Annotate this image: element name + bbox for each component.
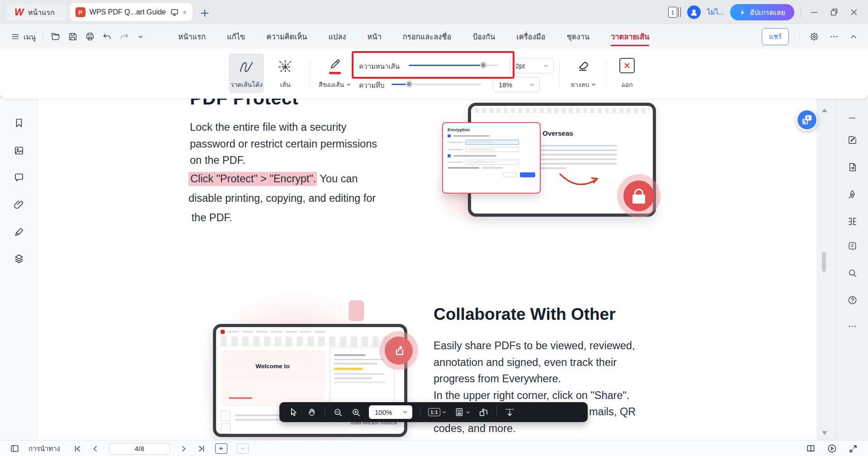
scroll-up-arrow[interactable] [822, 109, 827, 112]
tab-draw[interactable]: วาดลายเส้น [611, 24, 649, 49]
confirm-input-placeholder [466, 147, 519, 152]
page-layout-icon [454, 407, 464, 417]
exit-draw-button[interactable]: ออก [611, 53, 643, 93]
redo-button[interactable] [119, 32, 129, 42]
first-page-button[interactable] [73, 444, 82, 453]
main-menu-button[interactable]: เมนู [11, 31, 36, 43]
draw-line-button[interactable]: เส้น [270, 53, 300, 93]
tab-comment[interactable]: ความคิดเห็น [266, 24, 307, 49]
draw-ribbon: วาดเส้นโค้ง เส้น สีของเส้น ความหนาเส้น 2… [0, 49, 868, 99]
mini-wps-logo [221, 330, 225, 334]
undo-button[interactable] [102, 32, 112, 42]
avatar[interactable] [687, 5, 701, 19]
collapse-ribbon-icon[interactable] [849, 32, 858, 41]
eraser-button[interactable]: ยางลบ [567, 53, 600, 93]
opacity-slider[interactable] [392, 81, 481, 87]
thumbnails-icon[interactable] [14, 145, 24, 156]
settings-gear-icon[interactable] [809, 32, 819, 42]
more-options-icon[interactable] [829, 32, 839, 42]
slider-thumb[interactable] [480, 62, 486, 68]
bookmark-icon[interactable] [14, 118, 24, 128]
restore-button[interactable] [827, 5, 841, 19]
tab-protect[interactable]: ป้องกัน [472, 24, 495, 49]
view-back-button[interactable] [215, 443, 227, 454]
opacity-value-dropdown[interactable]: 18% [493, 77, 540, 92]
vertical-scrollbar[interactable] [822, 252, 826, 272]
account-name[interactable]: ไม่ไ... [707, 7, 724, 18]
new-tab-button[interactable] [200, 8, 210, 18]
red-link-placeholder [229, 397, 252, 399]
divider [801, 6, 801, 18]
slider-thumb[interactable] [406, 81, 412, 87]
tab-tools[interactable]: เครื่องมือ [516, 24, 545, 49]
scroll-down-arrow[interactable] [822, 431, 827, 435]
encryption-dialog: Encryption [442, 122, 541, 194]
tab-page[interactable]: หน้า [367, 24, 381, 49]
tab-edit[interactable]: แก้ไข [227, 24, 245, 49]
select-cursor-icon[interactable] [288, 407, 299, 418]
edit-annotation-icon[interactable] [847, 135, 858, 145]
opacity-label: ความทึบ [359, 80, 384, 91]
fullscreen-icon[interactable] [848, 444, 858, 454]
text-reflow-icon[interactable] [847, 241, 858, 251]
slideshow-icon[interactable] [827, 443, 837, 454]
search-icon[interactable] [847, 268, 858, 278]
mini-ribbon-placeholder [221, 337, 400, 347]
view-forward-button[interactable] [236, 443, 249, 454]
zoom-level-dropdown[interactable]: 100% [369, 405, 412, 419]
save-button[interactable] [68, 32, 78, 42]
collapse-panel-icon[interactable] [847, 113, 857, 123]
tab-fill-sign[interactable]: กรอกและลงชื่อ [403, 24, 452, 49]
actual-size-button[interactable]: 1:1 [428, 408, 447, 416]
tab-convert[interactable]: แปลง [328, 24, 346, 49]
upgrade-button[interactable]: อัปเกรดเลย [730, 4, 794, 20]
partially-hidden-line: mails, QR [589, 406, 636, 423]
column-layout-icon[interactable] [847, 216, 858, 227]
pdf-page-canvas[interactable]: PDF Protect Lock the entire file with a … [38, 99, 835, 440]
layers-icon[interactable] [14, 253, 24, 264]
previous-page-button[interactable] [91, 444, 100, 453]
tab-batch[interactable]: ชุดงาน [566, 24, 590, 49]
page-navigation: การนำทาง 4/8 [10, 441, 249, 456]
undo-redo-dropdown[interactable] [137, 33, 145, 41]
rotate-page-icon[interactable] [478, 407, 489, 418]
fit-width-icon[interactable] [505, 407, 515, 418]
page-layout-button[interactable] [454, 407, 471, 417]
last-page-button[interactable] [197, 444, 206, 453]
signature-pen-icon[interactable] [847, 189, 858, 200]
thickness-value-dropdown[interactable]: 2pt [509, 58, 554, 73]
view-toolbar: 100% 1:1 [279, 402, 588, 422]
signature-icon[interactable] [14, 227, 24, 238]
export-page-icon[interactable] [847, 162, 858, 172]
zoom-in-icon[interactable] [351, 407, 361, 418]
comments-icon[interactable] [14, 172, 24, 183]
next-page-button[interactable] [179, 444, 188, 453]
divider [606, 60, 607, 88]
read-mode-icon[interactable] [806, 443, 816, 454]
zoom-level-value: 100% [375, 408, 392, 416]
zoom-out-icon[interactable] [333, 407, 343, 418]
open-file-button[interactable] [51, 32, 61, 42]
tab-home[interactable]: หน้าแรก [178, 24, 206, 49]
page-indicator-box[interactable]: 4/8 [109, 443, 170, 455]
line-color-button[interactable]: สีของเส้น [316, 53, 354, 93]
chevron-down-icon [402, 409, 408, 415]
navigation-panel-icon[interactable] [10, 444, 19, 453]
highlighted-text: Click "Protect" > "Encrypt". [189, 172, 317, 186]
minimize-button[interactable] [807, 5, 821, 19]
help-icon[interactable] [847, 295, 858, 305]
close-button[interactable] [847, 5, 861, 19]
more-tools-icon[interactable] [847, 321, 858, 332]
document-tab[interactable]: P WPS PDF Q...art Guide [70, 3, 193, 21]
translate-fab[interactable] [796, 109, 818, 131]
print-button[interactable] [85, 32, 95, 42]
attachment-icon[interactable] [14, 200, 24, 210]
share-button[interactable]: แชร์ [762, 28, 789, 45]
draw-curve-button[interactable]: วาดเส้นโค้ง [229, 53, 264, 93]
wps-home-tab[interactable]: W หน้าแรก [6, 4, 66, 21]
window-count-badge[interactable]: 1 [668, 7, 681, 18]
wps-pdf-window: W หน้าแรก P WPS PDF Q...art Guide 1 ไม่ไ… [0, 0, 868, 456]
thickness-slider[interactable] [409, 62, 498, 68]
hand-pan-icon[interactable] [307, 407, 317, 418]
chevron-down-icon [543, 63, 549, 69]
